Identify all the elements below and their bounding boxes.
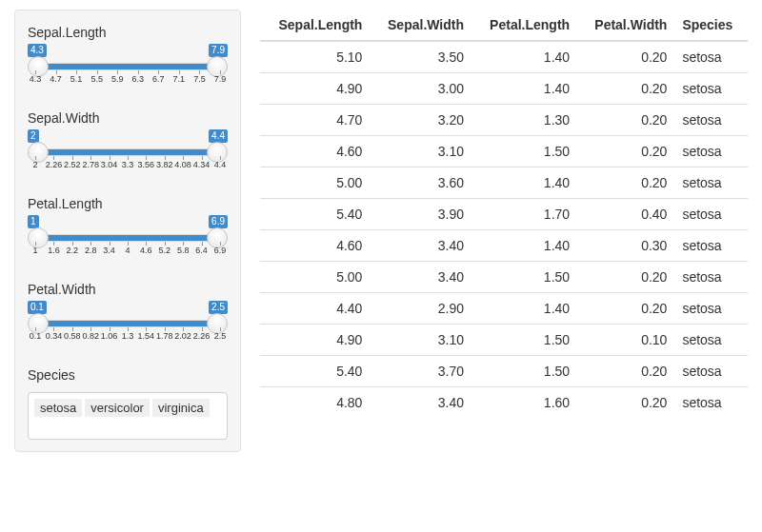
- table-cell: 0.40: [577, 199, 674, 230]
- table-cell: 4.40: [260, 293, 370, 325]
- table-cell: 3.40: [370, 387, 471, 419]
- table-cell: 0.20: [577, 73, 674, 105]
- table-row: 5.103.501.400.20setosa: [260, 41, 748, 73]
- table-cell: 3.70: [370, 356, 471, 387]
- column-header: Sepal.Width: [370, 10, 471, 41]
- table-cell: 3.60: [370, 167, 471, 199]
- table-cell: 3.90: [370, 199, 471, 230]
- table-cell: 5.00: [260, 167, 370, 199]
- table-cell: 2.90: [370, 293, 471, 325]
- table-cell: 4.80: [260, 387, 370, 419]
- table-cell: 4.70: [260, 105, 370, 136]
- table-cell: 1.40: [471, 293, 577, 325]
- table-cell: setosa: [674, 199, 748, 230]
- slider-label: Sepal.Length: [28, 25, 228, 40]
- species-tag[interactable]: versicolor: [85, 399, 150, 417]
- slider-fill: [39, 321, 216, 326]
- slider-control-petal-width: Petal.Width0.12.50.10.340.580.821.061.31…: [28, 282, 228, 346]
- table-cell: 1.40: [471, 167, 577, 199]
- slider-badge-high: 6.9: [209, 215, 228, 228]
- table-cell: 5.00: [260, 262, 370, 293]
- table-cell: 1.50: [471, 262, 577, 293]
- species-select[interactable]: setosaversicolorvirginica: [28, 392, 228, 440]
- slider-control-petal-length: Petal.Length16.911.62.22.83.444.65.25.86…: [28, 196, 228, 261]
- table-cell: 3.10: [370, 136, 471, 167]
- table-row: 4.903.101.500.10setosa: [260, 325, 748, 356]
- table-cell: 1.40: [471, 73, 577, 105]
- table-cell: setosa: [674, 105, 748, 136]
- table-cell: 1.30: [471, 105, 577, 136]
- table-cell: 3.20: [370, 105, 471, 136]
- range-slider[interactable]: 4.37.94.34.75.15.55.96.36.77.17.57.9: [28, 49, 228, 89]
- slider-badge-low: 2: [28, 129, 39, 143]
- table-cell: 3.10: [370, 325, 471, 356]
- table-cell: 4.60: [260, 136, 370, 167]
- species-label: Species: [28, 367, 228, 383]
- table-row: 5.003.401.500.20setosa: [260, 262, 748, 293]
- table-cell: setosa: [674, 262, 748, 293]
- slider-badge-high: 7.9: [209, 44, 228, 57]
- range-slider[interactable]: 16.911.62.22.83.444.65.25.86.46.9: [28, 221, 228, 261]
- slider-badge-high: 4.4: [209, 129, 228, 143]
- table-cell: setosa: [674, 167, 748, 199]
- table-row: 4.603.101.500.20setosa: [260, 136, 748, 167]
- slider-badge-high: 2.5: [209, 301, 228, 314]
- slider-ticks: 11.62.22.83.444.65.25.86.46.9: [35, 246, 220, 255]
- table-row: 5.403.901.700.40setosa: [260, 199, 748, 230]
- slider-label: Petal.Width: [28, 282, 228, 297]
- table-row: 5.403.701.500.20setosa: [260, 356, 748, 387]
- slider-fill: [39, 64, 216, 69]
- species-tag[interactable]: virginica: [152, 399, 210, 417]
- table-cell: 4.90: [260, 73, 370, 105]
- table-cell: 0.20: [577, 167, 674, 199]
- main-panel: Sepal.LengthSepal.WidthPetal.LengthPetal…: [260, 10, 748, 452]
- table-cell: setosa: [674, 325, 748, 356]
- table-cell: 3.00: [370, 73, 471, 105]
- table-cell: 4.60: [260, 230, 370, 262]
- table-row: 4.603.401.400.30setosa: [260, 230, 748, 262]
- column-header: Species: [674, 10, 748, 41]
- table-cell: 0.20: [577, 41, 674, 73]
- range-slider[interactable]: 24.422.262.522.783.043.33.563.824.084.34…: [28, 135, 228, 175]
- table-cell: 1.70: [471, 199, 577, 230]
- slider-badge-low: 0.1: [28, 301, 47, 314]
- slider-ticks: 4.34.75.15.55.96.36.77.17.57.9: [35, 74, 220, 84]
- table-row: 4.402.901.400.20setosa: [260, 293, 748, 325]
- table-cell: 0.20: [577, 293, 674, 325]
- slider-fill: [39, 149, 216, 155]
- slider-ticks: 22.262.522.783.043.33.563.824.084.344.4: [35, 160, 220, 169]
- table-cell: 4.90: [260, 325, 370, 356]
- table-cell: setosa: [674, 73, 748, 105]
- species-tag[interactable]: setosa: [34, 399, 82, 417]
- table-cell: 3.40: [370, 262, 471, 293]
- table-row: 4.703.201.300.20setosa: [260, 105, 748, 136]
- slider-badge-low: 4.3: [28, 44, 47, 57]
- table-cell: 1.50: [471, 356, 577, 387]
- table-cell: 0.20: [577, 136, 674, 167]
- slider-badge-low: 1: [28, 215, 39, 228]
- table-cell: 1.40: [471, 230, 577, 262]
- table-cell: 0.20: [577, 105, 674, 136]
- table-cell: setosa: [674, 293, 748, 325]
- slider-label: Sepal.Width: [28, 110, 228, 126]
- column-header: Sepal.Length: [260, 10, 370, 41]
- species-control: Speciessetosaversicolorvirginica: [28, 367, 228, 440]
- data-table: Sepal.LengthSepal.WidthPetal.LengthPetal…: [260, 10, 748, 418]
- range-slider[interactable]: 0.12.50.10.340.580.821.061.31.541.782.02…: [28, 306, 228, 346]
- table-cell: 3.40: [370, 230, 471, 262]
- table-cell: 1.50: [471, 136, 577, 167]
- table-cell: 1.50: [471, 325, 577, 356]
- sidebar: Sepal.Length4.37.94.34.75.15.55.96.36.77…: [14, 10, 241, 452]
- table-cell: 0.10: [577, 325, 674, 356]
- table-cell: setosa: [674, 356, 748, 387]
- table-cell: 0.20: [577, 262, 674, 293]
- table-cell: 0.30: [577, 230, 674, 262]
- slider-label: Petal.Length: [28, 196, 228, 211]
- table-cell: 0.20: [577, 387, 674, 419]
- table-cell: 3.50: [370, 41, 471, 73]
- slider-control-sepal-length: Sepal.Length4.37.94.34.75.15.55.96.36.77…: [28, 25, 228, 89]
- table-row: 4.903.001.400.20setosa: [260, 73, 748, 105]
- column-header: Petal.Length: [471, 10, 577, 41]
- column-header: Petal.Width: [577, 10, 674, 41]
- table-cell: setosa: [674, 136, 748, 167]
